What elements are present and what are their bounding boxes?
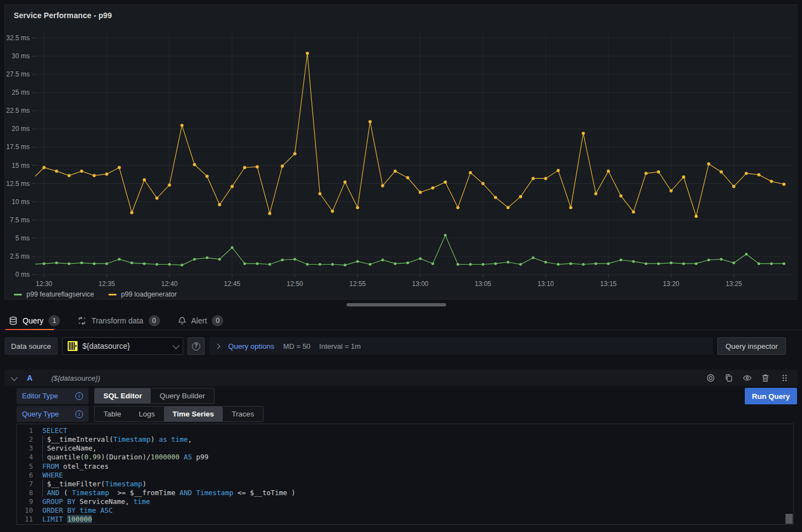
svg-text:13:20: 13:20 (663, 280, 679, 288)
query-type-label: Query Type i (17, 406, 89, 422)
chart-legend: p99 featureflagservicep99 loadgenerator (14, 290, 177, 298)
code-line: 8 AND ( Timestamp >= $__fromTime AND Tim… (17, 489, 793, 497)
transform-icon (78, 316, 86, 325)
line-number: 9 (17, 497, 42, 506)
line-number: 3 (17, 444, 42, 453)
remove-query-trash-icon[interactable] (761, 374, 770, 382)
code-line: 5FROM otel_traces (17, 462, 793, 471)
svg-text:10 ms: 10 ms (12, 198, 30, 206)
query-options-interval: Interval = 1m (319, 342, 361, 350)
svg-text:12:50: 12:50 (287, 280, 303, 288)
chevron-right-icon (215, 343, 220, 349)
code-line: 3 ServiceName, (17, 444, 793, 453)
code-line: 7 $__timeFilter(Timestamp) (17, 480, 793, 489)
svg-text:32.5 ms: 32.5 ms (6, 34, 30, 42)
clickhouse-logo-icon (68, 341, 78, 351)
editor-type-row: Editor Type i SQL Editor Query Builder (17, 388, 215, 404)
duplicate-query-icon[interactable] (724, 374, 733, 382)
query-ref-id: A (27, 374, 32, 382)
line-number: 11 (17, 515, 42, 524)
tab-query[interactable]: Query 1 (9, 311, 60, 330)
collapse-chevron-icon[interactable] (11, 374, 18, 381)
datasource-label: Data source (4, 337, 58, 355)
query-row-actions (706, 374, 788, 382)
svg-text:0 ms: 0 ms (15, 271, 30, 278)
query-type-time-series[interactable]: Time Series (164, 407, 223, 421)
question-circle-icon: ? (192, 342, 200, 350)
svg-text:22.5 ms: 22.5 ms (6, 107, 30, 114)
code-line: 9GROUP BY ServiceName, time (17, 497, 793, 506)
svg-text:13:05: 13:05 (475, 280, 491, 288)
datasource-picker[interactable]: ${datasource} (62, 337, 183, 355)
svg-text:12:55: 12:55 (349, 280, 366, 288)
disable-query-icon[interactable] (706, 374, 715, 382)
svg-text:13:25: 13:25 (726, 280, 742, 288)
svg-text:12:40: 12:40 (161, 280, 178, 288)
svg-text:20 ms: 20 ms (12, 125, 30, 133)
query-type-table[interactable]: Table (95, 407, 130, 421)
datasource-value: ${datasource} (83, 342, 168, 350)
chevron-down-icon (172, 342, 179, 349)
legend-item[interactable]: p99 featureflagservice (14, 290, 94, 298)
datasource-help-button[interactable]: ? (188, 337, 205, 355)
bell-icon (178, 316, 186, 325)
drag-handle-icon[interactable] (781, 374, 788, 382)
line-number: 4 (17, 453, 42, 462)
code-line: 10ORDER BY time ASC (17, 506, 793, 515)
timeseries-panel: Service Performance - p99 0 ms2.5 ms5 ms… (4, 4, 798, 300)
tab-transform-label: Transform data (91, 316, 143, 325)
horizontal-scrollbar[interactable] (347, 303, 446, 306)
info-icon[interactable]: i (75, 410, 83, 418)
timeseries-chart[interactable]: 0 ms2.5 ms5 ms7.5 ms10 ms12.5 ms15 ms17.… (5, 5, 797, 299)
svg-text:13:00: 13:00 (412, 280, 429, 288)
tab-alert-label: Alert (191, 316, 207, 325)
query-options-label: Query options (228, 342, 274, 350)
legend-label: p99 loadgenerator (121, 290, 177, 298)
panel-title: Service Performance - p99 (14, 11, 112, 20)
query-type-logs[interactable]: Logs (130, 407, 163, 421)
query-type-traces[interactable]: Traces (223, 407, 263, 421)
svg-text:25 ms: 25 ms (12, 89, 30, 96)
line-number: 6 (17, 471, 42, 480)
svg-text:12.5 ms: 12.5 ms (6, 180, 30, 188)
svg-text:15 ms: 15 ms (12, 162, 30, 169)
tab-query-label: Query (23, 316, 43, 325)
line-number: 1 (17, 426, 42, 435)
line-number: 10 (17, 506, 42, 515)
run-query-button[interactable]: Run Query (745, 388, 797, 404)
editor-type-sql-editor[interactable]: SQL Editor (95, 388, 151, 403)
svg-text:2.5 ms: 2.5 ms (10, 253, 30, 260)
code-line: 6WHERE (17, 471, 793, 480)
tab-alert[interactable]: Alert 0 (178, 311, 224, 330)
info-icon[interactable]: i (75, 392, 83, 400)
query-inspector-button[interactable]: Query inspector (717, 337, 786, 355)
editor-scrollbar[interactable] (785, 514, 793, 524)
query-options-md: MD = 50 (283, 342, 311, 350)
code-line: 4 quantile(0.99)(Duration)/1000000 AS p9… (17, 453, 793, 462)
svg-text:13:15: 13:15 (600, 280, 617, 288)
editor-type-group: SQL Editor Query Builder (94, 388, 215, 404)
code-line: 1SELECT (17, 426, 793, 435)
query-options-toggle[interactable]: Query options MD = 50 Interval = 1m (209, 337, 713, 355)
query-row-header[interactable]: A (${datasource}) (4, 370, 798, 386)
editor-type-query-builder[interactable]: Query Builder (151, 388, 214, 403)
legend-swatch (108, 294, 117, 295)
editor-type-label: Editor Type i (17, 388, 89, 404)
hide-response-eye-icon[interactable] (743, 374, 752, 382)
tab-query-count: 1 (48, 315, 60, 326)
svg-text:13:10: 13:10 (537, 280, 554, 288)
code-line: 2 $__timeInterval(Timestamp) as time, (17, 435, 793, 444)
sql-code-editor[interactable]: 1SELECT2 $__timeInterval(Timestamp) as t… (17, 424, 794, 525)
tab-transform-data[interactable]: Transform data 0 (78, 311, 160, 330)
line-number: 8 (17, 489, 42, 497)
query-toolbar: Data source ${datasource} ? Query option… (0, 337, 802, 355)
query-datasource-hint: (${datasource}) (51, 374, 100, 382)
legend-item[interactable]: p99 loadgenerator (108, 290, 177, 298)
panel-editor-tabs: Query 1 Transform data 0 Alert 0 (0, 311, 802, 330)
tab-alert-count: 0 (212, 315, 223, 326)
svg-text:12:35: 12:35 (98, 280, 115, 288)
line-number: 5 (17, 462, 42, 471)
svg-text:30 ms: 30 ms (12, 52, 30, 60)
svg-text:27.5 ms: 27.5 ms (6, 70, 30, 78)
legend-label: p99 featureflagservice (26, 290, 94, 298)
